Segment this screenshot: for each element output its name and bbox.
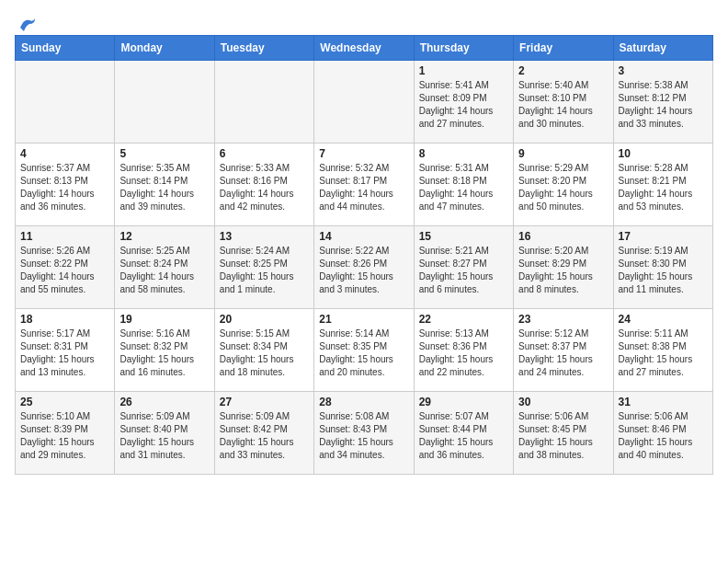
calendar-cell: 10Sunrise: 5:28 AM Sunset: 8:21 PM Dayli… (613, 144, 712, 226)
calendar-cell: 17Sunrise: 5:19 AM Sunset: 8:30 PM Dayli… (613, 226, 712, 309)
calendar-cell (16, 61, 115, 144)
day-number: 1 (419, 64, 508, 77)
calendar-cell: 7Sunrise: 5:32 AM Sunset: 8:17 PM Daylig… (314, 144, 414, 226)
calendar-week-row: 25Sunrise: 5:10 AM Sunset: 8:39 PM Dayli… (16, 392, 713, 475)
day-number: 19 (119, 313, 209, 326)
calendar-table: SundayMondayTuesdayWednesdayThursdayFrid… (15, 35, 713, 475)
calendar-cell: 12Sunrise: 5:25 AM Sunset: 8:24 PM Dayli… (115, 226, 214, 309)
calendar-cell: 29Sunrise: 5:07 AM Sunset: 8:44 PM Dayli… (414, 392, 513, 475)
calendar-cell: 21Sunrise: 5:14 AM Sunset: 8:35 PM Dayli… (314, 309, 414, 392)
logo (15, 15, 37, 28)
calendar-week-row: 11Sunrise: 5:26 AM Sunset: 8:22 PM Dayli… (16, 226, 713, 309)
calendar-cell: 20Sunrise: 5:15 AM Sunset: 8:34 PM Dayli… (214, 309, 313, 392)
calendar-cell: 19Sunrise: 5:16 AM Sunset: 8:32 PM Dayli… (115, 309, 214, 392)
day-info: Sunrise: 5:31 AM Sunset: 8:18 PM Dayligh… (419, 162, 508, 213)
day-number: 18 (20, 313, 109, 326)
day-header-thursday: Thursday (414, 36, 513, 61)
day-info: Sunrise: 5:38 AM Sunset: 8:12 PM Dayligh… (619, 79, 708, 131)
day-number: 28 (319, 396, 408, 408)
day-number: 25 (20, 396, 109, 408)
day-info: Sunrise: 5:19 AM Sunset: 8:30 PM Dayligh… (619, 245, 708, 296)
day-number: 8 (419, 147, 508, 160)
day-info: Sunrise: 5:17 AM Sunset: 8:31 PM Dayligh… (20, 327, 109, 379)
calendar-cell: 24Sunrise: 5:11 AM Sunset: 8:38 PM Dayli… (613, 309, 712, 392)
calendar-cell: 28Sunrise: 5:08 AM Sunset: 8:43 PM Dayli… (314, 392, 414, 475)
day-info: Sunrise: 5:12 AM Sunset: 8:37 PM Dayligh… (518, 327, 608, 379)
day-info: Sunrise: 5:22 AM Sunset: 8:26 PM Dayligh… (319, 245, 408, 296)
day-info: Sunrise: 5:41 AM Sunset: 8:09 PM Dayligh… (419, 79, 508, 131)
day-info: Sunrise: 5:15 AM Sunset: 8:34 PM Dayligh… (220, 327, 309, 379)
logo-bird-icon (17, 15, 37, 31)
day-header-sunday: Sunday (16, 36, 115, 61)
calendar-cell: 26Sunrise: 5:09 AM Sunset: 8:40 PM Dayli… (115, 392, 214, 475)
day-info: Sunrise: 5:28 AM Sunset: 8:21 PM Dayligh… (619, 162, 708, 213)
day-info: Sunrise: 5:26 AM Sunset: 8:22 PM Dayligh… (20, 245, 109, 296)
day-info: Sunrise: 5:11 AM Sunset: 8:38 PM Dayligh… (619, 327, 708, 379)
day-number: 10 (619, 147, 708, 160)
day-number: 14 (319, 230, 408, 243)
day-info: Sunrise: 5:40 AM Sunset: 8:10 PM Dayligh… (518, 79, 608, 131)
day-number: 17 (619, 230, 708, 243)
calendar-header-row: SundayMondayTuesdayWednesdayThursdayFrid… (16, 36, 713, 61)
day-header-monday: Monday (115, 36, 214, 61)
day-info: Sunrise: 5:06 AM Sunset: 8:46 PM Dayligh… (619, 410, 708, 462)
calendar-cell: 11Sunrise: 5:26 AM Sunset: 8:22 PM Dayli… (16, 226, 115, 309)
calendar-cell: 1Sunrise: 5:41 AM Sunset: 8:09 PM Daylig… (414, 61, 513, 144)
calendar-cell: 27Sunrise: 5:09 AM Sunset: 8:42 PM Dayli… (214, 392, 313, 475)
day-header-tuesday: Tuesday (214, 36, 313, 61)
calendar-cell: 25Sunrise: 5:10 AM Sunset: 8:39 PM Dayli… (16, 392, 115, 475)
calendar-cell: 3Sunrise: 5:38 AM Sunset: 8:12 PM Daylig… (613, 61, 712, 144)
calendar-cell: 31Sunrise: 5:06 AM Sunset: 8:46 PM Dayli… (613, 392, 712, 475)
day-number: 29 (419, 396, 508, 408)
day-number: 7 (319, 147, 408, 160)
calendar-cell (115, 61, 214, 144)
calendar-cell: 9Sunrise: 5:29 AM Sunset: 8:20 PM Daylig… (514, 144, 613, 226)
day-number: 22 (419, 313, 508, 326)
day-number: 31 (619, 396, 708, 408)
day-number: 21 (319, 313, 408, 326)
calendar-cell: 2Sunrise: 5:40 AM Sunset: 8:10 PM Daylig… (514, 61, 613, 144)
day-info: Sunrise: 5:21 AM Sunset: 8:27 PM Dayligh… (419, 245, 508, 296)
day-info: Sunrise: 5:29 AM Sunset: 8:20 PM Dayligh… (518, 162, 608, 213)
calendar-week-row: 18Sunrise: 5:17 AM Sunset: 8:31 PM Dayli… (16, 309, 713, 392)
calendar-cell: 18Sunrise: 5:17 AM Sunset: 8:31 PM Dayli… (16, 309, 115, 392)
day-header-saturday: Saturday (613, 36, 712, 61)
day-info: Sunrise: 5:08 AM Sunset: 8:43 PM Dayligh… (319, 410, 408, 462)
day-number: 4 (20, 147, 109, 160)
day-number: 15 (419, 230, 508, 243)
calendar-cell: 13Sunrise: 5:24 AM Sunset: 8:25 PM Dayli… (214, 226, 313, 309)
day-number: 11 (20, 230, 109, 243)
day-number: 12 (119, 230, 209, 243)
calendar-cell: 14Sunrise: 5:22 AM Sunset: 8:26 PM Dayli… (314, 226, 414, 309)
page-header (15, 15, 713, 28)
day-number: 26 (119, 396, 209, 408)
day-number: 20 (220, 313, 309, 326)
day-info: Sunrise: 5:09 AM Sunset: 8:42 PM Dayligh… (220, 410, 309, 462)
calendar-week-row: 1Sunrise: 5:41 AM Sunset: 8:09 PM Daylig… (16, 61, 713, 144)
day-info: Sunrise: 5:35 AM Sunset: 8:14 PM Dayligh… (119, 162, 209, 213)
calendar-cell: 4Sunrise: 5:37 AM Sunset: 8:13 PM Daylig… (16, 144, 115, 226)
day-info: Sunrise: 5:13 AM Sunset: 8:36 PM Dayligh… (419, 327, 508, 379)
calendar-cell: 15Sunrise: 5:21 AM Sunset: 8:27 PM Dayli… (414, 226, 513, 309)
day-info: Sunrise: 5:09 AM Sunset: 8:40 PM Dayligh… (119, 410, 209, 462)
day-info: Sunrise: 5:24 AM Sunset: 8:25 PM Dayligh… (220, 245, 309, 296)
day-info: Sunrise: 5:07 AM Sunset: 8:44 PM Dayligh… (419, 410, 508, 462)
day-number: 5 (119, 147, 209, 160)
day-info: Sunrise: 5:32 AM Sunset: 8:17 PM Dayligh… (319, 162, 408, 213)
calendar-cell: 5Sunrise: 5:35 AM Sunset: 8:14 PM Daylig… (115, 144, 214, 226)
calendar-cell: 8Sunrise: 5:31 AM Sunset: 8:18 PM Daylig… (414, 144, 513, 226)
calendar-week-row: 4Sunrise: 5:37 AM Sunset: 8:13 PM Daylig… (16, 144, 713, 226)
day-header-wednesday: Wednesday (314, 36, 414, 61)
calendar-cell (314, 61, 414, 144)
calendar-cell: 23Sunrise: 5:12 AM Sunset: 8:37 PM Dayli… (514, 309, 613, 392)
day-number: 30 (518, 396, 608, 408)
day-info: Sunrise: 5:14 AM Sunset: 8:35 PM Dayligh… (319, 327, 408, 379)
calendar-cell: 16Sunrise: 5:20 AM Sunset: 8:29 PM Dayli… (514, 226, 613, 309)
day-number: 16 (518, 230, 608, 243)
day-info: Sunrise: 5:25 AM Sunset: 8:24 PM Dayligh… (119, 245, 209, 296)
day-info: Sunrise: 5:20 AM Sunset: 8:29 PM Dayligh… (518, 245, 608, 296)
day-header-friday: Friday (514, 36, 613, 61)
day-number: 27 (220, 396, 309, 408)
day-info: Sunrise: 5:33 AM Sunset: 8:16 PM Dayligh… (220, 162, 309, 213)
day-number: 24 (619, 313, 708, 326)
